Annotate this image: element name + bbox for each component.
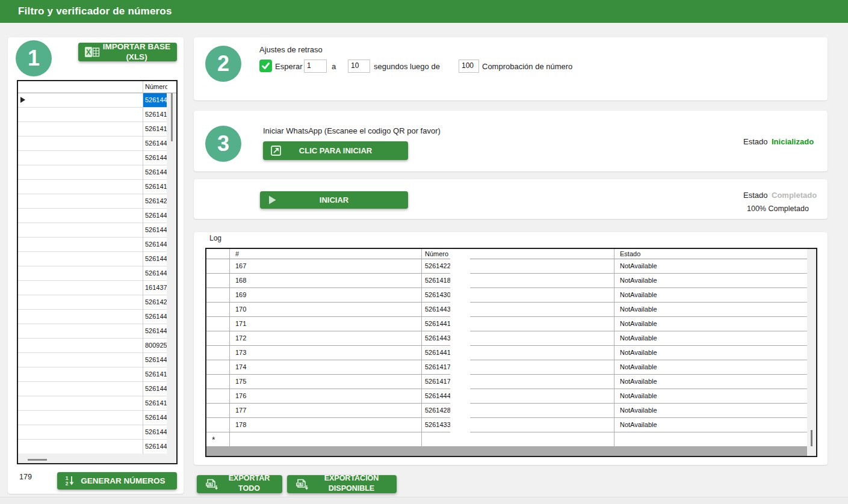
log-cell-status: NotAvailable — [620, 291, 657, 298]
log-table-row[interactable]: 1695261430NotAvailable — [206, 288, 807, 303]
log-table-row[interactable]: 1775261428NotAvailable — [206, 404, 807, 418]
numbers-grid-row[interactable]: 526141 — [18, 122, 176, 137]
window-title: Filtro y verificador de números — [18, 5, 172, 17]
clic-para-iniciar-button[interactable]: CLIC PARA INICIAR — [263, 141, 408, 160]
numbers-grid-row[interactable]: 526144 — [18, 209, 176, 223]
row-header-cell — [18, 440, 143, 453]
step-3-number: 3 — [217, 131, 229, 156]
whatsapp-status-value: Inicializado — [772, 137, 814, 146]
export-available-button[interactable]: XLS EXPORTACIÓN DISPONIBLE — [287, 475, 397, 493]
log-cell-number: 5261443 — [425, 334, 451, 342]
numbers-grid-horizontal-scrollbar[interactable] — [18, 453, 176, 463]
numbers-grid-row[interactable]: 526144 — [18, 165, 176, 180]
numbers-grid-row[interactable]: 526144 — [18, 353, 176, 367]
log-table-row[interactable]: 1675261422NotAvailable — [206, 259, 807, 274]
numbers-grid-row[interactable]: 526144 — [18, 266, 176, 281]
log-table-row[interactable]: 1725261443NotAvailable — [206, 331, 807, 346]
numbers-grid-vertical-scrollbar[interactable] — [167, 93, 176, 453]
play-icon — [268, 195, 276, 204]
log-cell-number: 5261422 — [425, 262, 451, 269]
numbers-grid-row[interactable]: 526144 — [18, 440, 176, 453]
log-cell-index: 168 — [235, 277, 246, 284]
whatsapp-status-label: Estado — [743, 137, 767, 146]
numbers-grid-row[interactable]: 526142 — [18, 194, 176, 209]
log-cell-status: NotAvailable — [620, 407, 657, 414]
log-column-separator — [614, 249, 614, 447]
import-base-button[interactable]: X IMPORTAR BASE (XLS) — [78, 43, 177, 61]
delay-to-label: a — [332, 62, 336, 71]
numbers-grid-row[interactable]: 526144 — [18, 411, 176, 425]
log-table-row[interactable]: 1705261443NotAvailable — [206, 303, 807, 317]
number-check-label: Comprobación de número — [482, 62, 572, 71]
log-table-background — [206, 447, 807, 456]
row-header-cell — [18, 396, 143, 410]
export-all-button[interactable]: XLS EXPORTAR TODO — [197, 475, 282, 493]
log-table-vertical-scrollbar[interactable] — [807, 249, 816, 456]
numbers-grid-row[interactable]: 526141 — [18, 108, 176, 122]
log-cell-index: 174 — [235, 363, 246, 370]
whatsapp-init-title: Iniciar WhatsApp (Escanee el codigo QR p… — [263, 126, 441, 135]
step-1-number: 1 — [28, 46, 40, 71]
numbers-grid-row[interactable]: 526142 — [18, 295, 176, 310]
row-header-cell — [18, 339, 143, 352]
numbers-grid-vertical-scrollbar-thumb[interactable] — [171, 93, 173, 141]
row-header-cell — [18, 209, 143, 223]
numbers-grid-row[interactable]: 526144 — [18, 310, 176, 324]
log-table-row[interactable]: 1685261418NotAvailable — [206, 274, 807, 288]
log-table-new-row[interactable]: * — [206, 432, 807, 447]
row-header-cell — [18, 108, 143, 121]
log-cell-index: 170 — [235, 306, 246, 313]
redaction-overlay — [450, 257, 470, 446]
log-cell-status: NotAvailable — [620, 320, 657, 327]
step-2-badge: 2 — [205, 46, 241, 82]
log-cell-status: NotAvailable — [620, 334, 657, 342]
numbers-grid-row[interactable]: 526141 — [18, 180, 176, 194]
delay-min-input[interactable]: 1 — [304, 60, 327, 73]
log-cell-status: NotAvailable — [620, 277, 657, 284]
log-table-row[interactable]: 1765261444NotAvailable — [206, 389, 807, 404]
wait-label: Esperar — [275, 62, 306, 71]
numbers-grid[interactable]: Número 526144526141526141526144526144526… — [17, 80, 178, 464]
numbers-grid-row[interactable]: 526141 — [18, 396, 176, 411]
numbers-grid-row[interactable]: 526144 — [18, 93, 176, 108]
log-cell-index: 175 — [235, 378, 246, 385]
numbers-grid-row[interactable]: 526144 — [18, 151, 176, 165]
numbers-grid-row[interactable]: 800925 — [18, 339, 176, 353]
numbers-grid-row[interactable]: 526144 — [18, 425, 176, 440]
numbers-grid-row[interactable]: 526144 — [18, 252, 176, 266]
row-header-cell — [18, 93, 143, 107]
numbers-grid-row[interactable]: 526144 — [18, 137, 176, 151]
log-table-vertical-scrollbar-thumb[interactable] — [811, 430, 812, 446]
row-header-cell — [18, 324, 143, 338]
numbers-grid-row[interactable]: 161437 — [18, 281, 176, 295]
new-row-marker: * — [212, 435, 215, 444]
generate-numbers-button[interactable]: 1 2 GENERAR NÚMEROS — [57, 472, 177, 490]
log-table-row[interactable]: 1735261441NotAvailable — [206, 346, 807, 360]
row-header-cell — [18, 411, 143, 425]
log-header-index: # — [235, 250, 239, 257]
log-cell-number: 5261444 — [425, 392, 451, 399]
log-table-row[interactable]: 1745261417NotAvailable — [206, 360, 807, 375]
log-panel: Log # Número Estado 1675261422NotAvailab… — [194, 232, 828, 465]
numbers-grid-horizontal-scrollbar-thumb[interactable] — [28, 459, 47, 461]
numbers-grid-row[interactable]: 526144 — [18, 324, 176, 339]
row-header-cell — [18, 295, 143, 309]
excel-icon: X — [84, 46, 100, 58]
row-header-cell — [18, 137, 143, 150]
batch-size-input[interactable]: 100 — [459, 60, 479, 73]
numbers-grid-row[interactable]: 526144 — [18, 223, 176, 238]
delay-max-input[interactable]: 10 — [348, 60, 370, 73]
checkmark-icon — [261, 61, 270, 70]
row-header-cell — [18, 165, 143, 179]
log-cell-number: 5261417 — [425, 378, 451, 385]
log-table-row[interactable]: 1715261441NotAvailable — [206, 317, 807, 331]
numbers-grid-row[interactable]: 526141 — [18, 367, 176, 382]
wait-checkbox[interactable] — [259, 60, 272, 72]
numbers-grid-row[interactable]: 526144 — [18, 238, 176, 252]
window-bottom-edge — [0, 497, 848, 504]
numbers-grid-row[interactable]: 526144 — [18, 382, 176, 396]
log-table[interactable]: # Número Estado 1675261422NotAvailable16… — [205, 248, 817, 457]
log-table-row[interactable]: 1755261417NotAvailable — [206, 375, 807, 389]
iniciar-button[interactable]: INICIAR — [260, 191, 408, 209]
log-table-row[interactable]: 1785261433NotAvailable — [206, 418, 807, 432]
